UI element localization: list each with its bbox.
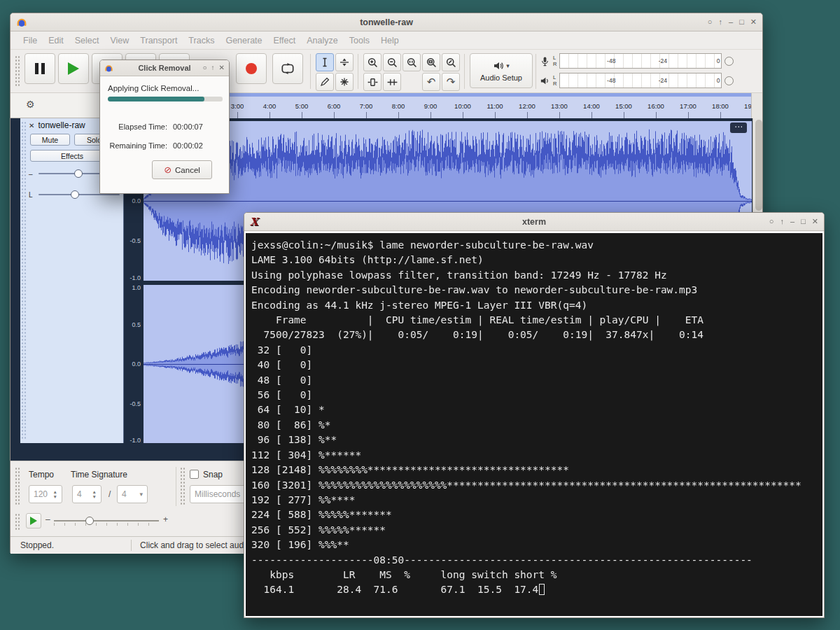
menu-item[interactable]: Tracks bbox=[183, 36, 220, 46]
tempo-input[interactable]: 120▲▼ bbox=[29, 485, 62, 503]
terminal-line: 320 [ 196] %%%** bbox=[251, 538, 817, 552]
play-speed-slider[interactable] bbox=[54, 520, 159, 522]
play-speed-knob[interactable] bbox=[85, 517, 94, 525]
menu-item[interactable]: Help bbox=[375, 36, 405, 46]
envelope-tool-button[interactable] bbox=[335, 53, 354, 71]
zoom-out-button[interactable] bbox=[383, 53, 401, 71]
spinner-icon[interactable]: ▲▼ bbox=[50, 489, 57, 499]
maximize-button[interactable]: □ bbox=[739, 18, 744, 26]
menu-item[interactable]: Transport bbox=[134, 36, 183, 46]
pan-left-label: L bbox=[29, 191, 34, 199]
close-button[interactable]: ✕ bbox=[812, 218, 818, 225]
keep-above-button[interactable]: ○ bbox=[203, 64, 207, 71]
gain-knob[interactable] bbox=[74, 169, 83, 178]
timeline-label: 16:00 bbox=[645, 102, 666, 110]
time-signature-lower-dropdown[interactable]: 4▾ bbox=[117, 485, 148, 503]
zoom-in-button[interactable] bbox=[363, 53, 382, 71]
timeline-ruler[interactable]: 0:001:002:003:004:005:006:007:008:009:00… bbox=[141, 93, 752, 118]
multi-tool-button[interactable] bbox=[335, 73, 354, 91]
trim-audio-button[interactable] bbox=[363, 73, 382, 91]
window-title: tonwelle-raw bbox=[10, 18, 762, 27]
zoom-toggle-button[interactable] bbox=[442, 53, 460, 71]
play-button[interactable] bbox=[58, 53, 89, 84]
close-button[interactable]: ✕ bbox=[219, 64, 225, 71]
speed-plus-label: + bbox=[163, 514, 168, 524]
terminal-line: 160 [3201] %%%%%%%%%%%%%%%%%%%%%********… bbox=[251, 478, 817, 493]
play-at-speed-button[interactable] bbox=[26, 513, 41, 528]
time-signature-label: Time Signature bbox=[71, 470, 127, 479]
xterm-logo-icon: X bbox=[250, 216, 258, 228]
ruler-label: -0.5 bbox=[130, 400, 141, 407]
terminal[interactable]: jexss@colin:~/musik$ lame neworder-subcu… bbox=[244, 232, 824, 617]
mute-button[interactable]: Mute bbox=[30, 134, 70, 146]
menu-item[interactable]: Tools bbox=[344, 36, 375, 46]
terminal-line: 128 [2148] %%%%%%%%*********************… bbox=[251, 463, 817, 477]
shade-button[interactable]: ↑ bbox=[211, 64, 215, 71]
record-button[interactable] bbox=[236, 53, 267, 84]
menu-item[interactable]: Analyze bbox=[301, 36, 343, 46]
timeline-label: 8:00 bbox=[388, 102, 409, 110]
silence-audio-button[interactable] bbox=[383, 73, 401, 91]
recording-meter[interactable]: LR -48 -24 0 bbox=[540, 53, 750, 69]
timeline-options-gear-icon[interactable]: ⚙ bbox=[26, 99, 35, 110]
window-title: xterm bbox=[244, 217, 824, 227]
terminal-line: 40 [ 0] bbox=[251, 358, 817, 372]
time-toolbar-grip[interactable] bbox=[15, 467, 20, 506]
trim-icon bbox=[367, 76, 379, 88]
loop-button[interactable] bbox=[272, 53, 303, 84]
scrollbar-thumb[interactable] bbox=[755, 120, 762, 211]
keep-above-button[interactable]: ○ bbox=[769, 218, 774, 225]
minimize-button[interactable]: – bbox=[729, 18, 733, 26]
track-grip[interactable] bbox=[21, 121, 26, 440]
close-button[interactable]: ✕ bbox=[750, 18, 757, 26]
maximize-button[interactable]: □ bbox=[801, 218, 806, 225]
menu-item[interactable]: Edit bbox=[43, 36, 69, 46]
terminal-prompt-line: 164.1 28.4 71.6 67.1 15.5 17.4 bbox=[251, 582, 817, 597]
play-speed-grip[interactable] bbox=[15, 513, 20, 530]
keep-above-button[interactable]: ○ bbox=[708, 18, 713, 26]
audacity-titlebar[interactable]: tonwelle-raw ○ ↑ – □ ✕ bbox=[10, 13, 762, 31]
fit-project-icon bbox=[426, 57, 438, 69]
fit-project-button[interactable] bbox=[422, 53, 440, 71]
pan-knob[interactable] bbox=[71, 190, 79, 199]
terminal-line: Using polyphase lowpass filter, transiti… bbox=[251, 268, 817, 283]
multi-tool-icon bbox=[339, 76, 350, 88]
timeline-label: 12:00 bbox=[517, 102, 538, 110]
playback-volume-knob[interactable] bbox=[724, 76, 734, 85]
spinner-icon[interactable]: ▲▼ bbox=[89, 489, 97, 499]
toolbar-grip[interactable] bbox=[15, 55, 20, 88]
selection-tool-button[interactable] bbox=[316, 53, 334, 71]
terminal-line: --------------------08:50---------------… bbox=[251, 553, 817, 568]
time-signature-upper-input[interactable]: 4▲▼ bbox=[72, 485, 102, 503]
track-close-icon[interactable]: ✕ bbox=[29, 122, 34, 130]
shade-button[interactable]: ↑ bbox=[780, 218, 785, 225]
recording-volume-knob[interactable] bbox=[724, 57, 734, 66]
menu-item[interactable]: Effect bbox=[268, 36, 302, 46]
timeline-label: 5:00 bbox=[291, 102, 312, 110]
terminal-line: Encoding as 44.1 kHz j-stereo MPEG-1 Lay… bbox=[251, 298, 817, 313]
dialog-titlebar[interactable]: Click Removal ○ ↑ ✕ bbox=[100, 60, 229, 76]
snap-checkbox[interactable] bbox=[190, 470, 199, 479]
track-overflow-menu[interactable]: ⋯ bbox=[730, 122, 747, 133]
zoom-out-icon bbox=[386, 57, 398, 69]
ruler-label: 0.0 bbox=[132, 197, 141, 204]
menu-item[interactable]: View bbox=[104, 36, 134, 46]
xterm-titlebar[interactable]: X xterm ○ ↑ – □ ✕ bbox=[244, 213, 824, 231]
shade-button[interactable]: ↑ bbox=[719, 18, 723, 26]
playback-meter[interactable]: LR -48 -24 0 bbox=[540, 73, 750, 88]
audacity-logo-icon bbox=[16, 17, 27, 28]
fit-selection-button[interactable] bbox=[402, 53, 421, 71]
cancel-button[interactable]: ⊘ Cancel bbox=[152, 160, 212, 179]
pause-button[interactable] bbox=[24, 53, 55, 84]
track-name[interactable]: tonwelle-raw bbox=[38, 120, 85, 130]
menu-item[interactable]: Select bbox=[69, 36, 105, 46]
status-state: Stopped. bbox=[10, 540, 54, 550]
draw-tool-button[interactable] bbox=[316, 73, 334, 91]
audio-setup-button[interactable]: ▾ Audio Setup bbox=[470, 53, 533, 88]
redo-button[interactable]: ↷ bbox=[442, 73, 460, 91]
snap-toolbar-grip[interactable] bbox=[180, 467, 186, 506]
menu-item[interactable]: Generate bbox=[220, 36, 267, 46]
menu-item[interactable]: File bbox=[18, 36, 43, 46]
undo-button[interactable]: ↶ bbox=[422, 73, 440, 91]
minimize-button[interactable]: – bbox=[790, 218, 794, 225]
